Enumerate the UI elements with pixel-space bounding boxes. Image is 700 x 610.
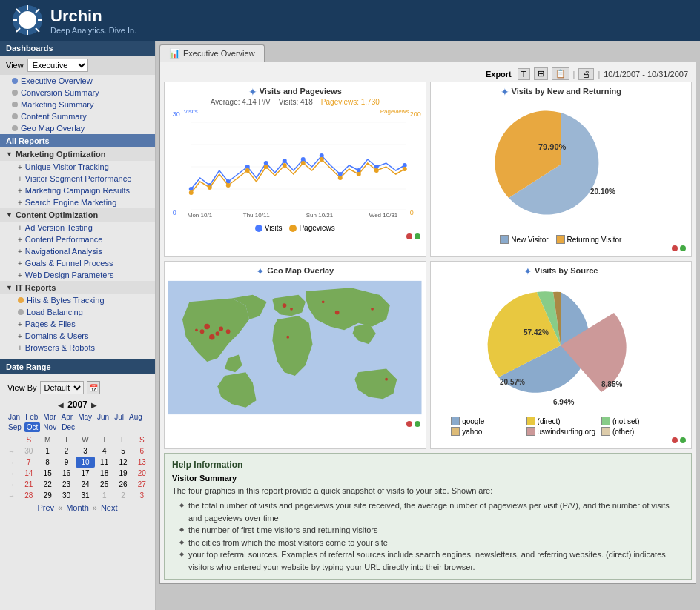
month-jul[interactable]: Jul	[112, 412, 126, 422]
status-dot-red	[406, 233, 412, 239]
cal-day[interactable]: 26	[113, 479, 132, 490]
export-csv-button[interactable]: 📋	[552, 67, 569, 80]
sidebar-item-marketing-summary[interactable]: Marketing Summary	[0, 99, 155, 110]
help-item-3: the cities from which the most visitors …	[179, 537, 684, 549]
print-button[interactable]: 🖨	[578, 68, 594, 80]
all-reports-header: All Reports	[0, 134, 155, 147]
sidebar-marketing-campaign[interactable]: + Marketing Campaign Results	[0, 185, 155, 196]
export-table-button[interactable]: ⊞	[534, 67, 548, 80]
cal-day[interactable]: 13	[133, 457, 151, 468]
week-arrow[interactable]: →	[4, 457, 19, 468]
cal-day[interactable]: 2	[113, 490, 132, 501]
cal-day[interactable]: 2	[57, 445, 76, 457]
cal-day[interactable]: 30	[19, 445, 38, 457]
it-reports-section[interactable]: ▼ IT Reports	[0, 281, 155, 294]
cal-day[interactable]: 3	[133, 490, 151, 501]
plus-icon: +	[18, 199, 22, 207]
cal-day[interactable]: 21	[19, 479, 38, 490]
sidebar-content-performance[interactable]: + Content Performance	[0, 233, 155, 245]
month-sep[interactable]: Sep	[6, 422, 24, 432]
cal-day[interactable]: 10	[76, 457, 95, 468]
sidebar-item-executive[interactable]: Executive Overview	[0, 75, 155, 87]
sidebar-search-engine[interactable]: + Search Engine Marketing	[0, 196, 155, 208]
cal-day[interactable]: 9	[57, 457, 76, 468]
cal-day[interactable]: 7	[19, 457, 38, 468]
cal-day[interactable]: 17	[76, 468, 95, 479]
cal-day[interactable]: 5	[113, 445, 132, 457]
view-select[interactable]: Executive Conversion Marketing Content	[27, 59, 88, 72]
cal-day[interactable]: 22	[39, 479, 57, 490]
cal-day[interactable]: 31	[76, 490, 95, 501]
view-label: View	[6, 61, 24, 70]
month-link[interactable]: Month	[66, 503, 89, 512]
month-dec[interactable]: Dec	[59, 422, 77, 432]
week-arrow[interactable]: →	[4, 490, 19, 501]
month-nov[interactable]: Nov	[41, 422, 59, 432]
sidebar-item-geo-map[interactable]: Geo Map Overlay	[0, 122, 155, 134]
cal-day[interactable]: 6	[133, 445, 151, 457]
content-optimization-section[interactable]: ▼ Content Optimization	[0, 208, 155, 222]
sidebar-load-balancing[interactable]: Load Balancing	[0, 306, 155, 318]
svg-point-40	[320, 157, 324, 162]
sidebar-pages-files[interactable]: + Pages & Files	[0, 318, 155, 330]
view-by-select[interactable]: Default Day Week Month	[40, 381, 84, 394]
cal-day[interactable]: 14	[19, 468, 38, 479]
next-link[interactable]: Next	[101, 503, 118, 512]
cal-day[interactable]: 12	[113, 457, 132, 468]
cal-day[interactable]: 16	[57, 468, 76, 479]
logo-title: Urchin	[50, 7, 136, 26]
status-dot-green	[415, 233, 420, 239]
cal-day[interactable]: 11	[95, 457, 113, 468]
prev-link[interactable]: Prev	[37, 503, 54, 512]
cal-day[interactable]: 23	[57, 479, 76, 490]
cal-day[interactable]: 24	[76, 479, 95, 490]
sidebar-unique-visitor[interactable]: + Unique Visitor Tracking	[0, 161, 155, 173]
month-mar[interactable]: Mar	[41, 412, 58, 422]
month-feb[interactable]: Feb	[23, 412, 40, 422]
sidebar-visitor-segment[interactable]: + Visitor Segment Performance	[0, 173, 155, 185]
sidebar-web-design[interactable]: + Web Design Parameters	[0, 269, 155, 281]
cal-day[interactable]: 18	[95, 468, 113, 479]
sidebar-navigational[interactable]: + Navigational Analysis	[0, 245, 155, 257]
cal-day[interactable]: 15	[39, 468, 57, 479]
sidebar-goals-funnel[interactable]: + Goals & Funnel Process	[0, 257, 155, 269]
week-arrow[interactable]: →	[4, 445, 19, 457]
sidebar-item-content-summary[interactable]: Content Summary	[0, 110, 155, 122]
month-aug[interactable]: Aug	[127, 412, 145, 422]
next-year-button[interactable]: ▶	[91, 401, 97, 409]
visits-chart-title: Visits and Pageviews	[260, 87, 342, 96]
cal-day[interactable]: 3	[76, 445, 95, 457]
sidebar-domains-users[interactable]: + Domains & Users	[0, 330, 155, 342]
cal-day[interactable]: 29	[39, 490, 57, 501]
month-may[interactable]: May	[76, 412, 94, 422]
cal-day[interactable]: 27	[133, 479, 151, 490]
month-oct[interactable]: Oct	[24, 422, 41, 432]
cal-day[interactable]: 20	[133, 468, 151, 479]
prev-year-button[interactable]: ◀	[58, 401, 64, 409]
cal-day[interactable]: 25	[95, 479, 113, 490]
sidebar-ad-version[interactable]: + Ad Version Testing	[0, 222, 155, 233]
visits-legend: Visits Pageviews	[168, 224, 422, 232]
month-apr[interactable]: Apr	[59, 412, 76, 422]
sidebar-item-conversion[interactable]: Conversion Summary	[0, 87, 155, 99]
cal-day[interactable]: 1	[39, 445, 57, 457]
marketing-optimization-section[interactable]: ▼ Marketing Optimization	[0, 147, 155, 161]
month-jun[interactable]: Jun	[95, 412, 111, 422]
sidebar-browsers-robots[interactable]: + Browsers & Robots	[0, 342, 155, 354]
week-arrow[interactable]: →	[4, 468, 19, 479]
calendar-icon[interactable]: 📅	[87, 381, 100, 394]
cal-day[interactable]: 30	[57, 490, 76, 501]
cal-day[interactable]: 19	[113, 468, 132, 479]
month-jan[interactable]: Jan	[6, 412, 22, 422]
svg-text:8.85%: 8.85%	[601, 380, 622, 388]
cal-day[interactable]: 4	[95, 445, 113, 457]
cal-day[interactable]: 1	[95, 490, 113, 501]
week-arrow[interactable]: →	[4, 479, 19, 490]
plus-icon: +	[18, 271, 22, 279]
cal-day[interactable]: 28	[19, 490, 38, 501]
logo-subtitle: Deep Analytics. Dive In.	[50, 26, 136, 35]
tab-executive-overview[interactable]: 📊 Executive Overview	[159, 44, 265, 62]
sidebar-hits-bytes[interactable]: Hits & Bytes Tracking	[0, 294, 155, 306]
export-text-button[interactable]: T	[518, 68, 530, 80]
cal-day[interactable]: 8	[39, 457, 57, 468]
